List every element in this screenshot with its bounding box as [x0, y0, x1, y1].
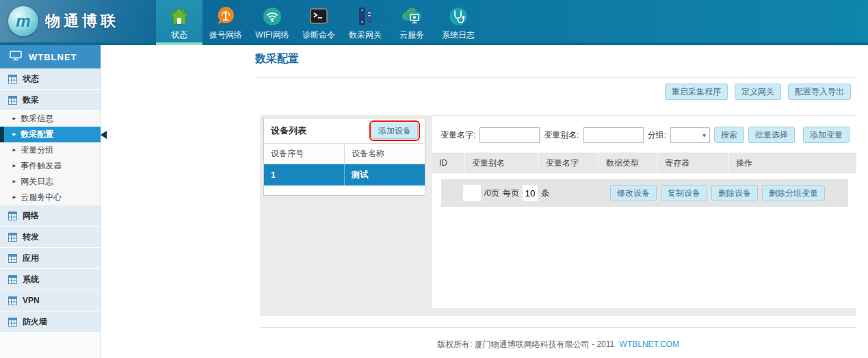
page-total-label: /0页 — [484, 188, 499, 199]
define-gateway-button[interactable]: 定义网关 — [735, 84, 781, 100]
copy-device-button[interactable]: 复制设备 — [661, 185, 707, 201]
sidebar-item-system[interactable]: 系统 — [0, 269, 101, 290]
logo-text: 物通博联 — [45, 11, 119, 31]
batch-select-button[interactable]: 批量选择 — [748, 127, 795, 143]
variable-name-label: 变量名字: — [440, 129, 475, 141]
modify-device-button[interactable]: 修改设备 — [610, 185, 657, 201]
sidebar-subitem-label: 事件触发器 — [21, 160, 62, 172]
sidebar-subitem-label: 数采配置 — [21, 129, 53, 140]
sidebar-item-label: 状态 — [23, 73, 39, 85]
footer: 版权所有: 厦门物通博联网络科技有限公司 - 2011 WTBLNET.COM — [260, 339, 856, 350]
triangle-bullet-icon: ▶ — [13, 116, 16, 121]
group-label: 分组: — [648, 129, 666, 141]
sidebar-subitem-label: 云服务中心 — [21, 192, 62, 203]
grid-icon — [8, 233, 17, 242]
footer-divider — [260, 327, 856, 328]
sidebar-item-label: 防火墙 — [23, 316, 47, 328]
gateway-icon — [354, 3, 376, 30]
copyright-text: 版权所有: 厦门物通博联网络科技有限公司 - 2011 — [437, 340, 614, 349]
pagination-bar: /0页 每页 条 修改设备 复制设备 删除设备 删除分组变量 — [441, 179, 848, 207]
per-page-input[interactable] — [523, 185, 538, 201]
triangle-bullet-icon: ▶ — [13, 164, 16, 168]
config-import-export-button[interactable]: 配置导入导出 — [788, 84, 851, 100]
home-icon — [168, 3, 190, 30]
monitor-icon — [10, 51, 22, 63]
sidebar-subitem-event-trigger[interactable]: ▶ 事件触发器 — [0, 158, 101, 174]
topnav-item-system-log[interactable]: 系统日志 — [435, 0, 482, 42]
col-operation: 操作 — [729, 153, 856, 172]
triangle-bullet-icon: ▶ — [13, 148, 16, 153]
grid-icon — [8, 254, 17, 263]
sidebar-subitem-label: 变量分组 — [21, 144, 53, 156]
sidebar-subitem-gateway-log[interactable]: ▶ 网关日志 — [0, 174, 101, 190]
sidebar-item-label: 应用 — [23, 253, 39, 264]
device-col-name: 设备名称 — [344, 144, 425, 164]
grid-icon — [8, 318, 17, 327]
sidebar-subitem-variable-group[interactable]: ▶ 变量分组 — [0, 142, 101, 158]
sidebar-item-vpn[interactable]: VPN — [0, 290, 101, 311]
sidebar-subitem-cloud-center[interactable]: ▶ 云服务中心 — [0, 190, 101, 205]
sidebar-item-label: 转发 — [23, 231, 39, 243]
variable-filter-row: 变量名字: 变量别名: 分组: ▾ 搜索 批量选择 添加变量 — [432, 116, 856, 143]
device-row-no: 1 — [264, 164, 344, 186]
sidebar-subitem-data-collect-config[interactable]: ▶ 数采配置 — [0, 127, 101, 142]
sidebar-item-network[interactable]: 网络 — [0, 205, 101, 227]
col-name: 变量名字 — [539, 153, 599, 172]
page-title: 数采配置 — [255, 52, 299, 66]
sidebar-header-label: WTBLNET — [29, 52, 77, 62]
sidebar-subitem-data-collect-info[interactable]: ▶ 数采信息 — [0, 111, 101, 127]
device-list-title: 设备列表 — [271, 125, 306, 137]
device-row-name: 测试 — [344, 164, 425, 186]
topnav-item-dial-network[interactable]: 拨号网络 — [202, 0, 249, 42]
sidebar-item-label: 数采 — [23, 94, 39, 106]
delete-group-variable-button[interactable]: 删除分组变量 — [762, 185, 825, 201]
page-toolbar: 重启采集程序 定义网关 配置导入导出 — [665, 84, 851, 100]
grid-icon — [8, 96, 17, 105]
topnav-item-status[interactable]: 状态 — [156, 0, 202, 42]
col-data-type: 数据类型 — [599, 153, 658, 172]
search-button[interactable]: 搜索 — [714, 127, 744, 143]
topnav-item-label: 云服务 — [399, 30, 424, 40]
topnav-item-wifi-network[interactable]: WIFI网络 — [249, 0, 295, 42]
variable-table-header: ID 变量别名 变量名字 数据类型 寄存器 操作 — [432, 153, 856, 173]
sidebar-item-data-collect[interactable]: 数采 — [0, 90, 101, 111]
wtblnet-link[interactable]: WTBLNET.COM — [620, 340, 679, 349]
logo-globe-icon: m — [8, 6, 38, 36]
sidebar-item-status[interactable]: 状态 — [0, 68, 101, 90]
sidebar-item-application[interactable]: 应用 — [0, 248, 101, 269]
sidebar-item-firewall[interactable]: 防火墙 — [0, 311, 101, 333]
grid-icon — [8, 275, 17, 284]
grid-icon — [8, 212, 17, 220]
sidebar-item-label: 网络 — [23, 210, 39, 222]
grid-icon — [8, 75, 17, 84]
sidebar: WTBLNET 状态 数采 ▶ 数采信息 ▶ 数采配置 ▶ 变量分组 ▶ 事件触… — [0, 45, 101, 358]
variable-name-input[interactable] — [479, 127, 540, 143]
topnav-item-label: 拨号网络 — [209, 30, 242, 40]
page-number-input[interactable] — [463, 185, 481, 201]
col-id: ID — [432, 153, 465, 172]
variable-alias-label: 变量别名: — [544, 129, 579, 141]
sidebar-item-forward[interactable]: 转发 — [0, 227, 101, 248]
col-alias: 变量别名 — [465, 153, 539, 172]
topnav-item-diagnostic-command[interactable]: 诊断命令 — [295, 0, 342, 42]
device-table-row-selected[interactable]: 1 测试 — [264, 164, 425, 186]
divider — [255, 77, 856, 78]
terminal-icon — [308, 3, 330, 30]
col-register: 寄存器 — [658, 153, 729, 172]
topnav-item-data-gateway[interactable]: 数采网关 — [342, 0, 389, 42]
add-variable-button[interactable]: 添加变量 — [803, 127, 850, 143]
data-collect-config-panel: 设备列表 添加设备 设备序号 设备名称 1 测试 变量名字: 变量别名: 分组:… — [260, 115, 856, 316]
group-select[interactable]: ▾ — [670, 127, 710, 143]
per-page-label: 每页 — [503, 188, 519, 199]
sidebar-subitem-label: 网关日志 — [21, 176, 53, 188]
delete-device-button[interactable]: 删除设备 — [711, 185, 758, 201]
topnav-item-label: 数采网关 — [349, 30, 382, 40]
variable-alias-input[interactable] — [583, 127, 644, 143]
triangle-bullet-icon: ▶ — [13, 132, 16, 137]
topnav-item-cloud-service[interactable]: 云服务 — [389, 0, 435, 42]
restart-collector-button[interactable]: 重启采集程序 — [665, 84, 728, 100]
brand-logo: m 物通博联 — [0, 0, 156, 42]
grid-icon — [8, 296, 17, 305]
sidebar-item-label: 系统 — [23, 274, 39, 285]
add-device-button[interactable]: 添加设备 — [371, 123, 418, 139]
